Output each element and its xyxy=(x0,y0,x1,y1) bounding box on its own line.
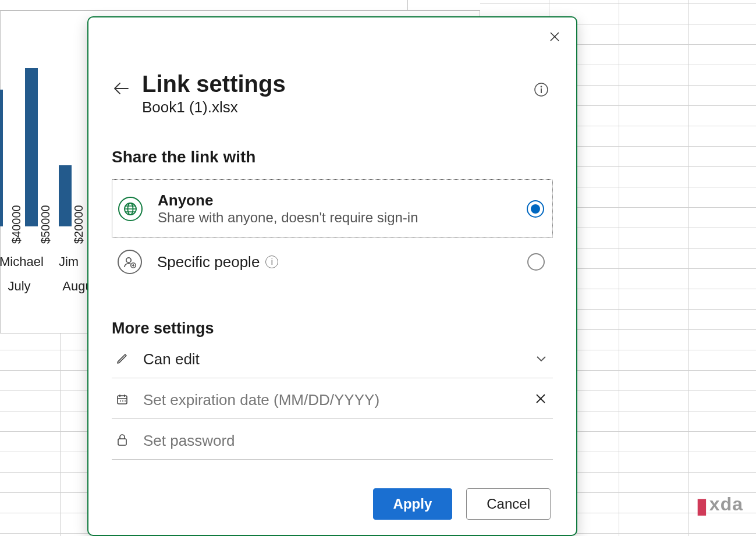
apply-button[interactable]: Apply xyxy=(373,488,453,520)
close-icon xyxy=(549,31,560,42)
pencil-icon xyxy=(114,352,130,367)
svg-rect-11 xyxy=(118,439,126,445)
dialog-title: Link settings xyxy=(142,71,553,97)
calendar-icon xyxy=(114,393,130,408)
chart-bars xyxy=(1,52,88,226)
x-cat-jim: Jim xyxy=(54,254,83,269)
back-button[interactable] xyxy=(112,79,130,98)
x-cat-michael: Michael xyxy=(0,254,40,269)
option-specific-title: Specific people xyxy=(157,253,260,271)
svg-point-1 xyxy=(541,86,542,88)
share-option-anyone[interactable]: Anyone Share with anyone, doesn't requir… xyxy=(112,179,553,238)
grid-divider xyxy=(407,0,408,10)
radio-anyone[interactable] xyxy=(527,200,544,218)
bar-label-michael: $50000 xyxy=(39,205,52,244)
globe-icon xyxy=(118,197,143,221)
svg-point-5 xyxy=(126,258,131,262)
permission-value: Can edit xyxy=(143,350,523,368)
bar-michael xyxy=(25,68,38,226)
bar-jim xyxy=(59,165,72,226)
cancel-button[interactable]: Cancel xyxy=(466,488,551,520)
bar-label-0: $40000 xyxy=(10,205,23,244)
people-add-icon xyxy=(118,250,142,274)
dialog-filename: Book1 (1).xlsx xyxy=(142,98,553,116)
info-button[interactable] xyxy=(532,80,551,99)
bar-partial xyxy=(0,90,3,226)
password-input[interactable] xyxy=(143,432,551,450)
expiration-row xyxy=(112,382,553,419)
svg-point-10 xyxy=(125,400,126,402)
info-icon xyxy=(534,82,549,97)
dialog-footer: Apply Cancel xyxy=(373,488,551,520)
link-settings-dialog: Link settings Book1 (1).xlsx Share the l… xyxy=(87,16,577,536)
chevron-down-icon xyxy=(535,354,551,365)
grid-header-strip xyxy=(0,0,480,10)
svg-rect-2 xyxy=(541,88,542,93)
clear-expiration-button[interactable] xyxy=(535,393,551,407)
lock-icon xyxy=(114,433,130,449)
info-icon[interactable]: i xyxy=(265,255,278,268)
arrow-left-icon xyxy=(113,82,129,95)
share-option-specific[interactable]: Specific people i xyxy=(112,238,553,286)
close-icon xyxy=(535,393,546,404)
close-button[interactable] xyxy=(546,28,563,45)
expiration-input[interactable] xyxy=(143,391,523,409)
option-anyone-title: Anyone xyxy=(158,191,512,210)
dialog-header: Link settings Book1 (1).xlsx xyxy=(112,71,553,116)
option-anyone-desc: Share with anyone, doesn't require sign-… xyxy=(158,210,512,226)
share-with-heading: Share the link with xyxy=(112,148,553,166)
more-settings-heading: More settings xyxy=(112,320,553,338)
bar-label-jim: $20000 xyxy=(72,205,86,244)
radio-specific[interactable] xyxy=(527,253,545,271)
svg-point-8 xyxy=(120,400,121,402)
password-row xyxy=(112,423,553,460)
permission-dropdown[interactable]: Can edit xyxy=(112,341,553,378)
x-group-july: July xyxy=(2,279,37,294)
svg-point-9 xyxy=(122,400,123,402)
svg-rect-7 xyxy=(118,396,127,404)
